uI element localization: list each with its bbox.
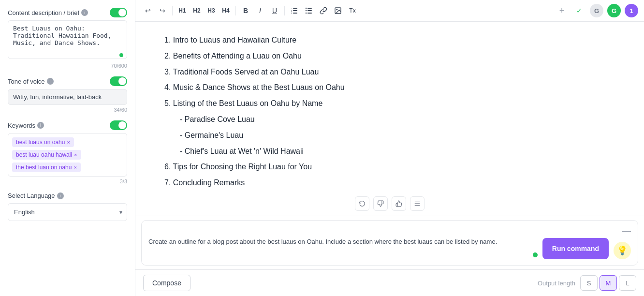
select-language-section: Select Language i English ▾ (8, 192, 127, 221)
select-language-info-icon[interactable]: i (57, 192, 64, 199)
outline-item-5a: - Paradise Cove Luau (164, 113, 615, 127)
toolbar-right-actions: + ✓ G G 1 (555, 4, 638, 17)
content-description-textarea[interactable] (8, 20, 127, 59)
command-bar-header: — (148, 226, 631, 235)
bold-button[interactable]: B (239, 4, 252, 17)
outline-item-5b: - Germaine's Luau (164, 129, 615, 143)
outline-item-4: 4. Music & Dance Shows at the Best Luaus… (164, 81, 615, 95)
svg-rect-6 (307, 8, 312, 9)
idea-icon: 💡 (617, 245, 628, 256)
tone-of-voice-toggle[interactable] (110, 76, 127, 86)
minimize-button[interactable]: — (622, 226, 631, 235)
idea-button[interactable]: 💡 (614, 242, 631, 259)
command-input[interactable] (148, 238, 528, 259)
clear-format-button[interactable]: Tx (346, 4, 359, 17)
g-green-circle[interactable]: G (607, 4, 621, 17)
keyword-tag-1[interactable]: best luau oahu hawaii × (12, 150, 81, 160)
outline-item-6: 6. Tips for Choosing the Right Luau for … (164, 160, 615, 174)
svg-point-11 (306, 13, 307, 14)
keyword-tag-0[interactable]: best luaus on oahu × (12, 137, 74, 147)
run-command-button[interactable]: Run command (542, 238, 609, 259)
keywords-area[interactable]: best luaus on oahu × best luau oahu hawa… (8, 133, 127, 177)
unordered-list-button[interactable] (302, 4, 316, 17)
h3-button[interactable]: H3 (205, 4, 218, 17)
tone-of-voice-info-icon[interactable]: i (47, 78, 54, 85)
content-area: 1. Intro to Luaus and Hawaiian Culture 2… (135, 22, 644, 193)
compose-bar: Compose Output length S M L (135, 269, 644, 296)
command-status-dot (533, 252, 538, 257)
undo-button[interactable]: ↩ (141, 4, 155, 17)
output-size-s[interactable]: S (580, 275, 598, 291)
toolbar-divider-3 (284, 6, 285, 15)
output-size-l[interactable]: L (619, 275, 636, 291)
redo-button[interactable]: ↪ (156, 4, 169, 17)
keywords-section: Keywords i best luaus on oahu × best lua… (8, 120, 127, 184)
refresh-button[interactable] (355, 196, 369, 211)
tone-of-voice-section: Tone of voice i 34/60 (8, 76, 127, 113)
thumbup-button[interactable] (392, 196, 406, 211)
outline-item-2: 2. Benefits of Attending a Luau on Oahu (164, 49, 615, 63)
keywords-toggle[interactable] (110, 120, 127, 130)
keywords-count: 3/3 (8, 178, 127, 184)
svg-rect-1 (293, 10, 297, 11)
compose-button[interactable]: Compose (143, 275, 190, 291)
tone-char-count: 34/60 (8, 107, 127, 113)
content-description-status-dot (119, 53, 123, 57)
svg-point-10 (306, 10, 307, 11)
content-description-info-icon[interactable]: i (81, 9, 88, 16)
outline-list: 1. Intro to Luaus and Hawaiian Culture 2… (164, 33, 615, 190)
svg-point-9 (306, 8, 307, 9)
command-bar: — Run command 💡 (141, 220, 638, 266)
output-length-buttons: S M L (580, 275, 636, 291)
output-size-m[interactable]: M (600, 275, 617, 291)
outline-item-1: 1. Intro to Luaus and Hawaiian Culture (164, 33, 615, 47)
keyword-text-1: best luau oahu hawaii (16, 151, 72, 158)
outline-item-5: 5. Listing of the Best Luaus on Oahu by … (164, 97, 615, 111)
toolbar-divider-2 (235, 6, 236, 15)
svg-text:3: 3 (291, 12, 293, 15)
command-input-row: Run command 💡 (148, 238, 631, 259)
menu-list-button[interactable] (410, 196, 424, 211)
editor-toolbar: ↩ ↪ H1 H2 H3 H4 B I U 123 Tx + ✓ G G 1 (135, 0, 644, 22)
keyword-text-2: the best luau on oahu (16, 164, 72, 171)
language-select-wrapper: English ▾ (8, 203, 127, 221)
select-language-label: Select Language i (8, 192, 64, 199)
keyword-text-0: best luaus on oahu (16, 139, 65, 146)
outline-item-5c: - Chief's Luau at Wet 'n' Wild Hawaii (164, 145, 615, 159)
add-icon-button[interactable]: + (555, 4, 569, 17)
svg-rect-8 (307, 13, 312, 14)
outline-item-7: 7. Concluding Remarks (164, 176, 615, 190)
keyword-remove-2[interactable]: × (73, 164, 76, 170)
h4-button[interactable]: H4 (219, 4, 233, 17)
h2-button[interactable]: H2 (190, 4, 204, 17)
keyword-tag-2[interactable]: the best luau on oahu × (12, 163, 81, 172)
g-gray-circle[interactable]: G (590, 4, 603, 17)
link-button[interactable] (317, 4, 330, 17)
svg-rect-0 (293, 8, 297, 9)
bottom-toolbar (135, 193, 644, 216)
content-description-label: Content description / brief i (8, 9, 88, 16)
image-button[interactable] (331, 4, 345, 17)
h1-button[interactable]: H1 (176, 4, 189, 17)
svg-rect-2 (293, 13, 297, 14)
content-description-section: Content description / brief i 70/600 (8, 8, 127, 69)
toolbar-divider-1 (172, 6, 173, 15)
ordered-list-button[interactable]: 123 (288, 4, 301, 17)
svg-point-13 (337, 9, 337, 10)
left-panel: Content description / brief i 70/600 Ton… (0, 0, 135, 296)
keywords-info-icon[interactable]: i (37, 122, 44, 129)
thumbdown-button[interactable] (373, 196, 388, 211)
check-icon-button[interactable]: ✓ (572, 4, 586, 17)
svg-rect-7 (307, 10, 312, 11)
language-select[interactable]: English (8, 203, 127, 221)
tone-of-voice-input[interactable] (8, 89, 127, 105)
italic-button[interactable]: I (253, 4, 267, 17)
keyword-remove-1[interactable]: × (74, 152, 77, 158)
content-description-char-count: 70/600 (8, 63, 127, 69)
underline-button[interactable]: U (268, 4, 281, 17)
right-panel: ↩ ↪ H1 H2 H3 H4 B I U 123 Tx + ✓ G G 1 (135, 0, 644, 296)
purple-num-circle[interactable]: 1 (625, 4, 638, 17)
keyword-remove-0[interactable]: × (67, 139, 70, 145)
content-description-toggle[interactable] (110, 8, 127, 17)
output-length-label: Output length (538, 280, 575, 287)
